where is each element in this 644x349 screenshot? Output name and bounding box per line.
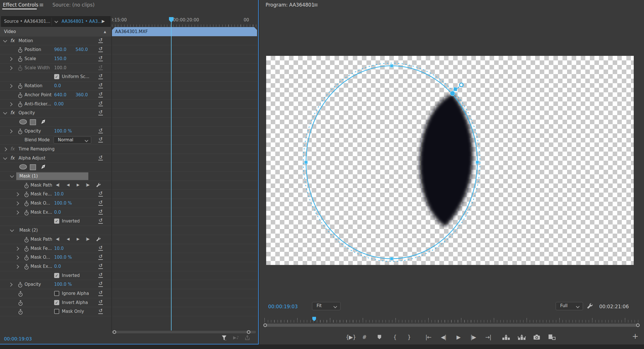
ec-row-time-remapping[interactable]: fxTime Remapping [0,145,258,154]
go-to-in-button[interactable]: |← [425,333,431,341]
program-current-timecode[interactable]: 00:00:19:03 [268,304,298,309]
zoom-level-select[interactable]: Fit [312,302,341,310]
zoom-handle-left[interactable] [113,330,116,334]
step-keyframe-forward-icon[interactable]: ▶ [77,237,79,241]
play-button[interactable]: ▶ [456,333,460,341]
program-zoom-handle-right[interactable] [636,323,640,327]
param-value[interactable]: 0.0 [54,83,61,88]
reset-parameter-icon[interactable]: ↺ [98,37,103,43]
reset-parameter-icon[interactable]: ↺ [98,218,103,224]
param-value[interactable]: 150.0 [54,56,66,61]
current-timecode[interactable]: 00:00:19:03 [4,336,32,342]
param-value[interactable]: 0.00 [54,101,64,107]
chevron-down-icon[interactable] [3,38,7,42]
ec-row-rotation[interactable]: Rotation0.0↺ [0,81,258,91]
ec-row-mask-o[interactable]: Mask O...100.0%↺ [0,199,258,208]
checkbox-checked[interactable]: ✓ [54,74,59,79]
settings-wrench-icon[interactable] [586,303,593,311]
mask-expansion-handle[interactable] [453,87,458,91]
checkbox-unchecked[interactable] [54,291,59,296]
step-keyframe-back-icon[interactable]: ◀ [67,237,69,241]
previous-keyframe-icon[interactable]: ◀| [56,183,59,187]
play-audio-icon[interactable]: ▶♪ [233,335,239,340]
param-value-y[interactable]: 360.0 [76,92,88,97]
reset-parameter-icon[interactable]: ↺ [98,109,103,115]
mask-group-label[interactable]: Mask (1) [19,174,38,179]
mask-overlay[interactable] [266,56,634,265]
param-value[interactable]: 100.0 [54,201,66,206]
create-ellipse-mask-icon[interactable] [19,164,27,171]
comparison-view-button[interactable] [548,333,556,341]
create-ellipse-mask-icon[interactable] [19,119,27,126]
checkbox-checked[interactable]: ✓ [54,300,59,305]
mask-handle-top[interactable] [390,64,393,68]
stopwatch-icon[interactable] [24,183,29,190]
ec-row-blend-mode[interactable]: Blend ModeNormal↺ [0,136,258,145]
playback-resolution-select[interactable]: Full [556,302,583,310]
reset-parameter-icon[interactable]: ↺ [98,209,103,215]
tab-source-monitor[interactable]: Source: (no clips) [52,2,95,8]
param-value[interactable]: 0.0 [54,210,61,215]
program-mini-ruler[interactable] [264,317,639,323]
ec-row-position[interactable]: Position960.0540.0↺ [0,45,258,54]
previous-keyframe-icon[interactable]: ◀| [56,237,59,241]
ec-row-uniform-sc[interactable]: ✓Uniform Sc...↺ [0,72,258,81]
reset-parameter-icon[interactable]: ↺ [98,299,103,305]
stopwatch-icon[interactable] [24,201,29,208]
chevron-right-icon[interactable] [15,211,19,215]
ec-row-mask-path-23[interactable]: Mask Path◀|◀▶|▶ [0,235,258,244]
program-zoom-scrollbar[interactable] [264,324,639,327]
mask-vertex-handle[interactable] [450,91,455,96]
chevron-right-icon[interactable] [15,201,19,205]
param-value[interactable]: 640.0 [54,92,66,97]
chevron-right-icon[interactable] [15,246,19,250]
param-value[interactable]: 100.0 [54,282,66,287]
play-in-to-out-button[interactable]: {▶} [346,333,356,341]
stopwatch-icon[interactable] [18,291,23,298]
chevron-right-icon[interactable] [15,256,19,260]
stopwatch-icon[interactable] [18,47,23,54]
stopwatch-icon[interactable] [24,255,29,262]
clip-source-selector[interactable]: Source • AA364301... AA364801 • AA3... ▶ [1,16,111,27]
stopwatch-icon[interactable] [18,300,23,307]
button-editor-icon[interactable]: + [632,332,639,340]
stopwatch-icon[interactable] [18,101,23,109]
ec-row-mask-1[interactable]: Mask (1) [0,172,258,181]
chevron-right-icon[interactable] [3,147,7,151]
collapse-icon[interactable]: ▲ [104,30,106,34]
param-value[interactable]: 10.0 [54,246,64,251]
stopwatch-icon[interactable] [18,83,23,90]
mask-handle-left[interactable] [305,161,308,164]
step-keyframe-back-icon[interactable]: ◀ [67,183,69,187]
param-value[interactable]: 100.0 [54,255,66,260]
chevron-right-icon[interactable] [9,84,13,88]
reset-parameter-icon[interactable]: ↺ [98,55,103,61]
reset-parameter-icon[interactable]: ↺ [98,290,103,296]
reset-parameter-icon[interactable]: ↺ [98,254,103,260]
stopwatch-icon[interactable] [24,264,29,271]
next-keyframe-icon[interactable]: |▶ [86,183,89,187]
ec-row-opacity[interactable]: fxOpacity↺ [0,109,258,118]
chevron-right-icon[interactable] [15,265,19,269]
stopwatch-icon[interactable] [24,237,29,244]
ec-row-inverted[interactable]: ✓Inverted↺ [0,217,258,226]
zoom-handle-right[interactable] [247,330,250,334]
reset-parameter-icon[interactable]: ↺ [98,64,103,70]
reset-parameter-icon[interactable]: ↺ [98,308,103,314]
ec-row-mask-path-17[interactable]: Mask Path◀|◀▶|▶ [0,181,258,190]
program-zoom-handle-left[interactable] [263,323,267,327]
param-value[interactable]: 960.0 [54,47,66,52]
param-value[interactable]: 100.0 [54,65,66,70]
reset-parameter-icon[interactable]: ↺ [98,245,103,251]
chevron-right-icon[interactable] [9,283,13,287]
panel-column-divider[interactable] [111,16,112,331]
reset-parameter-icon[interactable]: ↺ [98,191,103,197]
create-rect-mask-icon[interactable] [30,119,36,126]
chevron-down-icon[interactable] [10,174,14,178]
mark-in-button[interactable]: { [393,333,396,341]
ec-row-mask-o[interactable]: Mask O...100.0%↺ [0,253,258,262]
reset-parameter-icon[interactable]: ↺ [98,128,103,134]
reset-parameter-icon[interactable]: ↺ [98,101,103,107]
reset-parameter-icon[interactable]: ↺ [98,263,103,269]
mask-handle-bottom[interactable] [390,257,393,260]
